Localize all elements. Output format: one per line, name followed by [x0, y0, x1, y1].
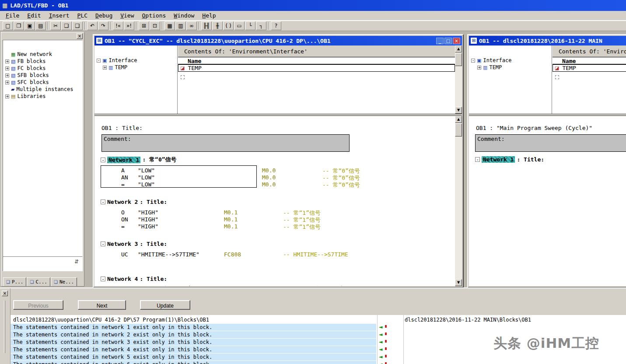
expander-icon[interactable]: +	[5, 66, 9, 70]
compare-row[interactable]: The statements contained in network 1 ex…	[10, 324, 626, 331]
paste-button[interactable]: ❑	[72, 21, 83, 30]
redo-button[interactable]: ↷	[98, 21, 108, 30]
tree-item-sfc-blocks[interactable]: +▧SFC blocks	[3, 79, 82, 86]
menu-help[interactable]: Help	[198, 11, 220, 20]
editor-left-titlebar[interactable]: ⊞ OB1 -- "CYCL_EXC" -- dlscl20181228\uuo…	[94, 36, 462, 46]
compare-row[interactable]: The statements contained in network 6 ex…	[10, 361, 626, 364]
declaration-row-temp[interactable]: ◪TEMP	[553, 64, 626, 72]
collapse-icon[interactable]: -	[97, 59, 101, 63]
next-button[interactable]: Next	[78, 300, 126, 310]
coil-button[interactable]: ( )	[223, 21, 234, 30]
goto-prev-error-button[interactable]: !«	[113, 21, 123, 30]
tab-call-structure[interactable]: ❏C...	[27, 277, 50, 286]
scroll-up-button[interactable]: ▲	[455, 46, 462, 52]
tree-item-fc-blocks[interactable]: +▧FC blocks	[3, 65, 82, 72]
monitor-button[interactable]: ∞	[186, 21, 197, 30]
symbol-table-button[interactable]: ▥	[175, 21, 186, 30]
close-branch-button[interactable]: ┐	[256, 21, 266, 30]
name-column-header[interactable]: Name	[553, 57, 626, 64]
expander-icon[interactable]: +	[5, 60, 9, 63]
stl-line[interactable]: O"HIGH"M0.1-- 常“1”信号	[94, 209, 455, 216]
help-button[interactable]: ?	[271, 21, 281, 30]
compare-close-button[interactable]: ×	[2, 290, 8, 296]
interface-root-item[interactable]: -▣Interface	[94, 57, 177, 64]
editor-right-titlebar[interactable]: ⊞ OB1 -- dlscl20181228\2016-11-22 MAIN	[469, 36, 626, 46]
stl-line[interactable]: A"LOW"M0.0-- 常“0”信号	[94, 167, 455, 174]
menu-options[interactable]: Options	[138, 11, 170, 20]
scrollbar-thumb[interactable]	[455, 123, 462, 136]
collapse-icon[interactable]: -	[101, 242, 105, 246]
empty-box-button[interactable]: ▭	[234, 21, 245, 30]
name-column-header[interactable]: Name	[178, 57, 455, 64]
open-branch-button[interactable]: └	[245, 21, 255, 30]
stl-line[interactable]: ="HIGH"M0.1-- 常“1”信号	[94, 223, 455, 230]
goto-next-error-button[interactable]: »!	[124, 21, 134, 30]
menu-window[interactable]: Window	[170, 11, 198, 20]
tree-item-fb-blocks[interactable]: +▧FB blocks	[3, 58, 82, 65]
menu-plc[interactable]: PLC	[73, 11, 91, 20]
stl-line[interactable]: ="LOW"M0.0-- 常“0”信号	[94, 181, 455, 188]
program-elements-button[interactable]: ▦	[164, 21, 175, 30]
stl-line[interactable]: ON"HIGH"M0.1-- 常“1”信号	[94, 216, 455, 223]
previous-button[interactable]: Previous	[13, 300, 63, 310]
block-comment-box[interactable]: Comment:	[475, 134, 626, 152]
cut-button[interactable]: ✂	[50, 21, 61, 30]
interface-temp-item[interactable]: +▥TEMP	[469, 64, 552, 71]
tree-item-multiple-instances[interactable]: ▰Multiple instances	[3, 86, 82, 93]
compare-row[interactable]: The statements contained in network 5 ex…	[10, 354, 626, 360]
scroll-up-button[interactable]: ▲	[455, 116, 462, 123]
stl-line[interactable]: UC"WPU01泵组管理程序"FC70-- WPU01泵组管理程序	[94, 285, 455, 286]
tree-item-libraries[interactable]: +▤Libraries	[3, 93, 82, 100]
menu-view[interactable]: View	[116, 11, 138, 20]
stl-line[interactable]: AN"LOW"M0.0-- 常“0”信号	[94, 174, 455, 181]
new-declaration-placeholder[interactable]	[181, 75, 185, 79]
panel-close-button[interactable]: ×	[77, 33, 83, 39]
network-4-header[interactable]: - Network 4 : Title:	[101, 276, 167, 282]
compare-panel-handle[interactable]: ×	[0, 288, 10, 364]
tree-item-new-network[interactable]: ▦New network	[3, 51, 82, 58]
code-scrollbar[interactable]: ▲ ▼	[455, 116, 462, 286]
network-3-header[interactable]: - Network 3 : Title:	[101, 241, 167, 247]
view-overview-button[interactable]: ⊞	[139, 21, 149, 30]
expander-icon[interactable]: +	[5, 74, 9, 77]
collapse-icon[interactable]: -	[475, 157, 480, 162]
copy-button[interactable]: ❏	[61, 21, 72, 30]
interface-scrollbar[interactable]: ▲ ▼	[455, 46, 462, 114]
open-button[interactable]: ❐	[14, 21, 24, 30]
drag-grip[interactable]	[4, 301, 5, 353]
maximize-button[interactable]: □	[444, 38, 452, 44]
contact-no-button[interactable]: ╟╢	[201, 21, 212, 30]
expander-icon[interactable]	[5, 52, 9, 56]
tree-item-sfb-blocks[interactable]: +▧SFB blocks	[3, 72, 82, 79]
menu-edit[interactable]: Edit	[23, 11, 45, 20]
collapse-icon[interactable]: -	[101, 200, 105, 204]
sort-icon[interactable]: ⇵	[74, 259, 79, 265]
new-declaration-placeholder[interactable]	[555, 75, 559, 79]
print-button[interactable]: ▤	[35, 21, 46, 30]
interface-root-item[interactable]: -▣Interface	[469, 57, 552, 64]
network-1-header[interactable]: - Network 1 : Title:	[475, 156, 544, 163]
scrollbar-thumb[interactable]	[455, 53, 462, 66]
scroll-down-button[interactable]: ▼	[455, 107, 462, 114]
menu-insert[interactable]: Insert	[45, 11, 73, 20]
expander-icon[interactable]: +	[5, 94, 9, 98]
network-2-header[interactable]: - Network 2 : Title:	[101, 199, 167, 205]
network-1-header[interactable]: - Network 1 : 常“0”信号	[101, 156, 177, 164]
tab-program-elements[interactable]: ❏P...	[3, 277, 26, 286]
close-button[interactable]: ×	[453, 38, 460, 44]
save-button[interactable]: ▣	[24, 21, 35, 30]
minimize-button[interactable]: _	[436, 38, 444, 44]
declaration-row-temp[interactable]: ◪TEMP	[178, 64, 455, 72]
collapse-icon[interactable]: -	[101, 158, 105, 162]
undo-button[interactable]: ↶	[87, 21, 98, 30]
update-button[interactable]: Update	[140, 300, 190, 310]
menu-debug[interactable]: Debug	[91, 11, 116, 20]
view-detail-button[interactable]: ⊡	[150, 21, 160, 30]
menu-file[interactable]: File	[2, 11, 23, 20]
collapse-icon[interactable]: -	[101, 276, 105, 281]
expand-icon[interactable]: +	[103, 66, 107, 70]
tab-networks[interactable]: ❏Ne...	[51, 277, 77, 286]
stl-line[interactable]: UC"HMITIME-->S7TIME"FC808-- HMITIME-->S7…	[94, 251, 455, 258]
contact-nc-button[interactable]: ╫	[212, 21, 223, 30]
collapse-icon[interactable]: -	[471, 59, 475, 63]
